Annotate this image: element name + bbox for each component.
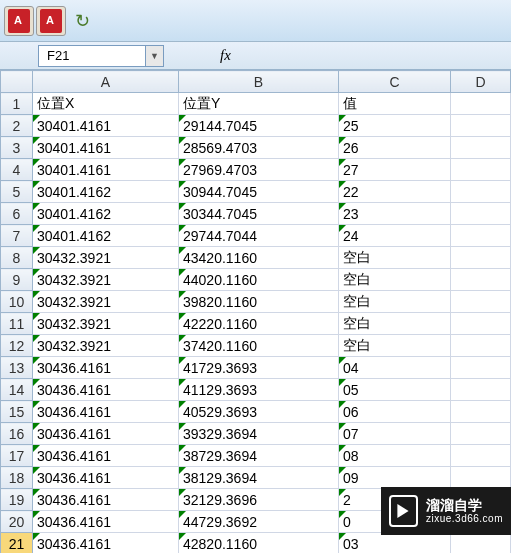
cell[interactable]: 27969.4703 [179, 159, 339, 181]
cell[interactable]: 30432.3921 [33, 313, 179, 335]
cell[interactable]: 44729.3692 [179, 511, 339, 533]
cell[interactable]: 30436.4161 [33, 423, 179, 445]
row-header[interactable]: 19 [1, 489, 33, 511]
cell[interactable] [451, 137, 511, 159]
cell[interactable]: 41129.3693 [179, 379, 339, 401]
cell[interactable]: 40529.3693 [179, 401, 339, 423]
cell[interactable] [451, 291, 511, 313]
row-header[interactable]: 1 [1, 93, 33, 115]
cell[interactable]: 28569.4703 [179, 137, 339, 159]
row-header[interactable]: 6 [1, 203, 33, 225]
column-header-d[interactable]: D [451, 71, 511, 93]
cell[interactable] [451, 357, 511, 379]
row-header[interactable]: 9 [1, 269, 33, 291]
cell[interactable] [451, 159, 511, 181]
row-header[interactable]: 13 [1, 357, 33, 379]
row-header[interactable]: 16 [1, 423, 33, 445]
cell[interactable]: 44020.1160 [179, 269, 339, 291]
cell[interactable]: 03 [339, 533, 451, 554]
cell[interactable] [451, 533, 511, 554]
row-header[interactable]: 5 [1, 181, 33, 203]
cell[interactable] [451, 115, 511, 137]
cell[interactable] [451, 313, 511, 335]
cell[interactable]: 30436.4161 [33, 489, 179, 511]
cell[interactable]: 05 [339, 379, 451, 401]
column-header-a[interactable]: A [33, 71, 179, 93]
row-header[interactable]: 20 [1, 511, 33, 533]
cell[interactable]: 空白 [339, 313, 451, 335]
cell[interactable]: 27 [339, 159, 451, 181]
cell[interactable]: 39820.1160 [179, 291, 339, 313]
cell[interactable]: 30436.4161 [33, 445, 179, 467]
cell[interactable]: 38729.3694 [179, 445, 339, 467]
cell[interactable]: 06 [339, 401, 451, 423]
column-header-c[interactable]: C [339, 71, 451, 93]
spreadsheet-grid[interactable]: A B C D 1 位置X 位置Y 值 230401.416129144.704… [0, 70, 511, 553]
cell[interactable]: 42820.1160 [179, 533, 339, 554]
cell[interactable] [451, 445, 511, 467]
cell[interactable] [451, 379, 511, 401]
cell[interactable]: 30432.3921 [33, 247, 179, 269]
name-box[interactable]: F21 [38, 45, 146, 67]
select-all-corner[interactable] [1, 71, 33, 93]
column-header-b[interactable]: B [179, 71, 339, 93]
cell[interactable]: 30436.4161 [33, 401, 179, 423]
cell[interactable]: 30401.4161 [33, 159, 179, 181]
cell[interactable]: 08 [339, 445, 451, 467]
cell[interactable]: 30401.4162 [33, 225, 179, 247]
pdf-export-button-2[interactable] [36, 6, 66, 36]
row-header[interactable]: 17 [1, 445, 33, 467]
row-header[interactable]: 2 [1, 115, 33, 137]
cell[interactable]: 22 [339, 181, 451, 203]
cell[interactable]: 30401.4162 [33, 203, 179, 225]
cell[interactable]: 30436.4161 [33, 467, 179, 489]
cell[interactable]: 30401.4161 [33, 115, 179, 137]
cell[interactable] [451, 93, 511, 115]
cell[interactable] [451, 269, 511, 291]
cell[interactable] [451, 401, 511, 423]
cell[interactable] [451, 181, 511, 203]
cell[interactable] [451, 247, 511, 269]
fx-label[interactable]: fx [220, 47, 231, 64]
cell[interactable]: 30344.7045 [179, 203, 339, 225]
row-header[interactable]: 3 [1, 137, 33, 159]
cell[interactable]: 23 [339, 203, 451, 225]
cell[interactable]: 30436.4161 [33, 533, 179, 554]
pdf-export-button-1[interactable] [4, 6, 34, 36]
cell[interactable]: 25 [339, 115, 451, 137]
cell[interactable]: 位置X [33, 93, 179, 115]
cell[interactable]: 值 [339, 93, 451, 115]
cell[interactable]: 04 [339, 357, 451, 379]
cell[interactable] [451, 203, 511, 225]
row-header[interactable]: 10 [1, 291, 33, 313]
cell[interactable]: 30436.4161 [33, 379, 179, 401]
cell[interactable]: 空白 [339, 335, 451, 357]
cell[interactable]: 37420.1160 [179, 335, 339, 357]
row-header[interactable]: 8 [1, 247, 33, 269]
cell[interactable] [451, 335, 511, 357]
row-header[interactable]: 4 [1, 159, 33, 181]
cell[interactable]: 30432.3921 [33, 291, 179, 313]
cell[interactable] [451, 225, 511, 247]
row-header[interactable]: 11 [1, 313, 33, 335]
refresh-button[interactable]: ↻ [68, 7, 96, 35]
row-header[interactable]: 18 [1, 467, 33, 489]
cell[interactable]: 30436.4161 [33, 357, 179, 379]
cell[interactable]: 24 [339, 225, 451, 247]
cell[interactable]: 30401.4161 [33, 137, 179, 159]
row-header[interactable]: 21 [1, 533, 33, 554]
cell[interactable]: 41729.3693 [179, 357, 339, 379]
cell[interactable]: 30432.3921 [33, 335, 179, 357]
name-box-dropdown[interactable]: ▼ [146, 45, 164, 67]
cell[interactable]: 30436.4161 [33, 511, 179, 533]
cell[interactable]: 29144.7045 [179, 115, 339, 137]
cell[interactable]: 位置Y [179, 93, 339, 115]
cell[interactable]: 39329.3694 [179, 423, 339, 445]
cell[interactable]: 空白 [339, 269, 451, 291]
cell[interactable]: 32129.3696 [179, 489, 339, 511]
cell[interactable] [451, 423, 511, 445]
cell[interactable]: 38129.3694 [179, 467, 339, 489]
cell[interactable]: 09 [339, 467, 451, 489]
cell[interactable]: 空白 [339, 291, 451, 313]
cell[interactable]: 26 [339, 137, 451, 159]
